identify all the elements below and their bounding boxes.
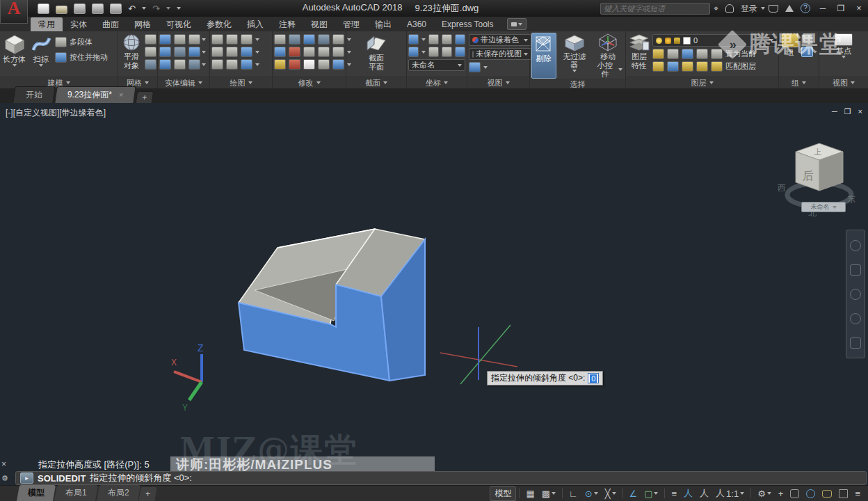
tab-visualize[interactable]: 可视化 [159, 17, 199, 31]
tab-output[interactable]: 输出 [367, 17, 399, 31]
dynamic-input-value[interactable]: 0 [590, 374, 597, 383]
extract-edges-icon[interactable] [188, 47, 200, 57]
tab-annotate[interactable]: 注释 [271, 17, 303, 31]
thicken-icon[interactable] [188, 34, 200, 45]
steering-wheel-icon[interactable] [850, 240, 861, 251]
circle-icon[interactable] [241, 47, 252, 57]
ucs-z-axis-icon[interactable] [428, 47, 439, 57]
file-tab-document[interactable]: 9.23拉伸面*× [54, 86, 136, 103]
save-icon[interactable] [74, 3, 86, 14]
3d-move-icon[interactable] [303, 34, 315, 45]
viewcube-west-label[interactable]: 西 [778, 183, 786, 193]
annotation-autoscale-icon[interactable]: 人 [700, 487, 709, 500]
array-icon[interactable] [332, 59, 344, 70]
fillet-icon[interactable] [332, 47, 344, 57]
workspace-gear-icon[interactable]: ⚙ [757, 488, 771, 499]
annotation-scale-button[interactable]: 人1:1 [716, 487, 744, 500]
mesh-smooth-less-icon[interactable] [145, 47, 156, 57]
app-store-cart-icon[interactable] [769, 5, 778, 13]
close-button[interactable]: × [850, 3, 868, 13]
polyline-icon[interactable] [211, 34, 223, 45]
polysolid-button[interactable]: 多段体 [55, 37, 108, 47]
panel-title-solid-editing[interactable]: 实体编辑 [158, 77, 209, 88]
restore-button[interactable]: ❐ [832, 3, 850, 13]
copy-icon[interactable] [303, 59, 315, 70]
redo-caret[interactable] [166, 7, 170, 10]
new-file-icon[interactable] [38, 3, 49, 14]
command-customize-icon[interactable]: ⚙ [1, 474, 8, 483]
mesh-crease-icon[interactable] [145, 59, 156, 70]
snap-mode-icon[interactable]: ▩ [542, 488, 556, 499]
viewcube-top-label[interactable]: 上 [814, 148, 821, 156]
search-input[interactable] [600, 3, 710, 15]
signin-caret[interactable] [761, 7, 765, 10]
fillet-edge-icon[interactable] [174, 59, 186, 70]
grid-display-icon[interactable]: ▦ [526, 488, 534, 499]
show-motion-icon[interactable] [850, 337, 861, 349]
orbit-icon[interactable] [850, 313, 861, 324]
ucs-3point-icon[interactable] [442, 47, 452, 57]
move-icon[interactable] [274, 47, 286, 57]
layout-tab-model[interactable]: 模型 [17, 485, 56, 501]
sweep-button[interactable]: 扫掠 [29, 33, 54, 77]
viewcube-wcs-dropdown[interactable]: 未命名 [801, 202, 846, 212]
layer-lock2-icon[interactable] [696, 61, 708, 72]
viewcube-face-label[interactable]: 后 [803, 170, 814, 182]
viewcube[interactable]: 上 后 西 北 东 [772, 124, 855, 235]
fullscreen-icon[interactable] [839, 489, 848, 498]
saved-view-dropdown[interactable]: 未保存的视图 [469, 48, 531, 60]
interfere-icon[interactable] [174, 47, 186, 57]
object-snap-tracking-icon[interactable]: ∠ [629, 488, 638, 499]
match-layer-label[interactable]: 匹配图层 [725, 61, 756, 72]
layer-unlock-icon[interactable] [696, 49, 708, 59]
tab-home[interactable]: 常用 [31, 17, 63, 31]
graphics-performance-icon[interactable] [806, 489, 815, 498]
spline-icon[interactable] [211, 47, 223, 57]
minimize-button[interactable]: ─ [814, 3, 832, 13]
open-file-icon[interactable] [56, 6, 67, 14]
layer-freeze-icon[interactable] [667, 49, 679, 59]
new-layout-button[interactable]: + [139, 487, 158, 501]
customization-plus-icon[interactable]: + [778, 488, 784, 499]
clean-screen-icon[interactable] [822, 490, 832, 498]
tab-a360[interactable]: A360 [399, 17, 434, 31]
visual-style-dropdown[interactable]: 带边缘着色 [469, 34, 531, 46]
ucs-named-icon[interactable] [455, 47, 465, 57]
mesh-refine-icon[interactable] [145, 34, 156, 45]
tab-solid[interactable]: 实体 [63, 17, 95, 31]
zoom-icon[interactable] [850, 289, 861, 300]
layout-tab-layout2[interactable]: 布局2 [97, 485, 140, 501]
command-close-icon[interactable]: × [1, 459, 8, 469]
box-button[interactable]: 长方体 [1, 33, 27, 77]
slice-icon[interactable] [174, 34, 186, 45]
dynamic-input-field[interactable]: 0 [588, 373, 599, 383]
intersect-icon[interactable] [159, 59, 171, 70]
mirror-icon[interactable] [318, 47, 330, 57]
ellipse-icon[interactable] [241, 59, 252, 70]
app-menu-button[interactable]: A [0, 0, 28, 24]
redo-icon[interactable]: ↷ [152, 4, 160, 13]
save-as-icon[interactable] [92, 3, 104, 14]
signin-label[interactable]: 登录 [741, 3, 757, 15]
set-current-icon[interactable] [711, 49, 723, 59]
ortho-mode-icon[interactable]: ∟ [569, 488, 578, 499]
shell-icon[interactable] [188, 59, 200, 70]
erase-brush-icon[interactable] [274, 59, 286, 70]
lineweight-icon[interactable]: ≡ [671, 488, 677, 499]
presspull-button[interactable]: 按住并拖动 [55, 52, 108, 63]
annotation-visibility-icon[interactable]: 人 [684, 487, 693, 500]
line-icon[interactable] [226, 47, 238, 57]
tab-manage[interactable]: 管理 [335, 17, 367, 31]
rectangle-icon[interactable] [226, 59, 238, 70]
plot-icon[interactable] [110, 3, 122, 14]
ucs-named-dropdown[interactable]: 未命名 [408, 59, 465, 71]
undo-caret[interactable] [142, 7, 146, 10]
polar-tracking-icon[interactable]: ⊙ [585, 488, 598, 499]
ucs-view-icon[interactable] [455, 34, 465, 45]
polygon-icon[interactable] [211, 59, 223, 70]
layer-off-icon[interactable] [682, 49, 693, 59]
ribbon-display-toggle[interactable] [507, 18, 527, 30]
gizmo-dropdown[interactable]: 移动 小控件 [592, 33, 624, 79]
file-tab-start[interactable]: 开始 [13, 86, 55, 103]
tab-express-tools[interactable]: Express Tools [434, 17, 501, 31]
